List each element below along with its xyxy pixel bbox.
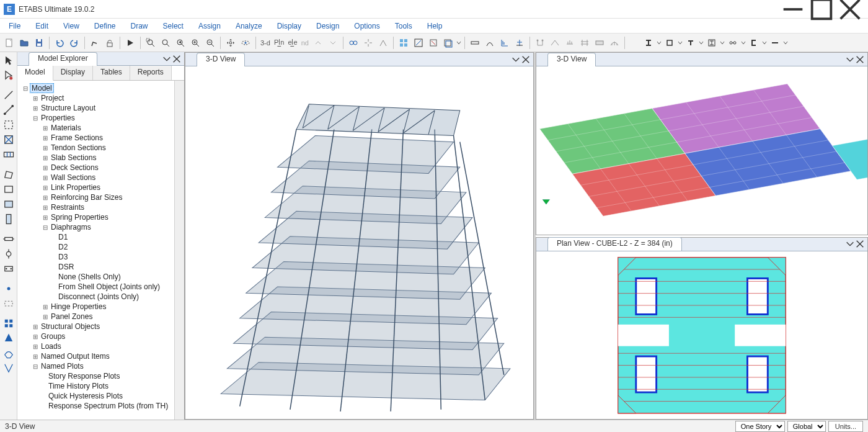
tree-spring-properties[interactable]: Spring Properties — [50, 213, 110, 222]
extrude-view-button[interactable] — [376, 36, 390, 50]
quick-area-tool[interactable] — [2, 197, 16, 211]
view-node-button[interactable]: nd — [300, 39, 310, 47]
full-view-button[interactable] — [159, 36, 172, 50]
menu-edit[interactable]: Edit — [28, 20, 56, 32]
model-tree[interactable]: ⊟Model ⊞Project ⊞Structure Layout ⊟Prope… — [17, 81, 184, 420]
tree-restraints[interactable]: Restraints — [50, 203, 86, 212]
menu-draw[interactable]: Draw — [123, 20, 156, 32]
view-right-top-3d[interactable]: 3-D View — [536, 52, 868, 235]
view-rt-close-icon[interactable] — [855, 55, 865, 65]
assign-load-button[interactable] — [563, 36, 577, 50]
pointer-tool[interactable] — [2, 53, 16, 67]
assign-release-button[interactable] — [548, 36, 562, 50]
tree-slab-sections[interactable]: Slab Sections — [50, 153, 97, 162]
tree-none-shells[interactable]: None (Shells Only) — [57, 272, 122, 281]
status-units-button[interactable]: Units... — [828, 421, 863, 432]
pin-icon[interactable] — [162, 54, 172, 64]
tree-named-plots[interactable]: Named Plots — [40, 362, 85, 371]
tab-tables[interactable]: Tables — [93, 66, 130, 80]
tree-deck-sections[interactable]: Deck Sections — [50, 163, 100, 172]
object-shrink-button[interactable] — [361, 36, 375, 50]
tree-loads[interactable]: Loads — [40, 342, 63, 351]
section-cut-button[interactable] — [468, 36, 482, 50]
tree-disconnect[interactable]: Disconnect (Joints Only) — [57, 292, 140, 301]
status-story-select[interactable]: One Story — [735, 421, 785, 432]
set-display-options-button[interactable] — [397, 36, 410, 50]
refresh-button[interactable] — [88, 36, 102, 50]
tree-scrollbar[interactable] — [174, 81, 184, 420]
show-loads-button[interactable] — [427, 36, 440, 50]
menu-analyze[interactable]: Analyze — [228, 20, 270, 32]
right-bottom-canvas[interactable] — [536, 251, 867, 420]
rubber-zoom-button[interactable] — [144, 36, 157, 50]
tree-dsr[interactable]: DSR — [57, 263, 75, 271]
up-story-button[interactable] — [311, 36, 325, 50]
minimize-button[interactable] — [779, 0, 807, 19]
down-story-button[interactable] — [326, 36, 340, 50]
tree-hinge-properties[interactable]: Hinge Properties — [50, 302, 107, 311]
view-3d-button[interactable]: 3-d — [259, 39, 272, 47]
clear-select-tool[interactable] — [2, 346, 16, 360]
tab-display[interactable]: Display — [53, 66, 93, 80]
secondary-beam-tool[interactable] — [2, 148, 16, 161]
view-right-bottom-plan[interactable]: Plan View - CUBE-L2 - Z = 384 (in) — [536, 237, 868, 420]
tree-d3[interactable]: D3 — [57, 253, 69, 261]
menu-help[interactable]: Help — [420, 20, 450, 32]
pan-button[interactable] — [224, 36, 237, 50]
tree-groups[interactable]: Groups — [40, 332, 66, 341]
zoom-out-button[interactable] — [203, 36, 217, 50]
tab-reports[interactable]: Reports — [130, 66, 172, 80]
tree-materials[interactable]: Materials — [50, 124, 82, 132]
snap-point-tool[interactable] — [2, 282, 16, 295]
tree-story-response[interactable]: Story Response Plots — [47, 372, 121, 380]
view-left-drop-icon[interactable] — [511, 55, 521, 65]
tree-project[interactable]: Project — [40, 94, 65, 102]
channel-dropdown[interactable] — [762, 38, 767, 48]
menu-select[interactable]: Select — [156, 20, 191, 32]
tree-named-output[interactable]: Named Output Items — [40, 352, 111, 361]
ibeam-dropdown[interactable] — [657, 38, 662, 48]
view-elev-button[interactable]: el̲e — [286, 38, 298, 47]
tsection-button[interactable] — [684, 36, 698, 50]
tree-reinforcing-bar[interactable]: Reinforcing Bar Sizes — [50, 193, 123, 202]
named-view-dropdown[interactable] — [456, 38, 461, 48]
tree-wall-sections[interactable]: Wall Sections — [50, 173, 97, 182]
draw-wall-tool[interactable] — [2, 212, 16, 226]
view-rb-close-icon[interactable] — [855, 239, 865, 249]
measure-button[interactable] — [483, 36, 497, 50]
run-analysis-button[interactable] — [123, 36, 137, 50]
replicate-button[interactable] — [593, 36, 606, 50]
joint-button[interactable] — [498, 36, 512, 50]
maximize-button[interactable] — [807, 0, 836, 19]
tree-properties[interactable]: Properties — [40, 114, 76, 122]
boxed-i-button[interactable] — [705, 36, 719, 50]
rotate-3d-button[interactable] — [239, 36, 252, 50]
save-button[interactable] — [32, 36, 46, 50]
named-view-button[interactable] — [441, 36, 455, 50]
menu-options[interactable]: Options — [347, 20, 387, 32]
ibeam-button[interactable] — [642, 36, 655, 50]
menu-view[interactable]: View — [56, 20, 87, 32]
quick-brace-tool[interactable] — [2, 133, 16, 146]
frame-button[interactable] — [513, 36, 526, 50]
rect-section-button[interactable] — [663, 36, 676, 50]
draw-frame-tool[interactable] — [2, 103, 16, 117]
tab-model[interactable]: Model — [17, 66, 53, 81]
tree-panel-zones[interactable]: Panel Zones — [50, 312, 94, 321]
close-panel-icon[interactable] — [172, 54, 182, 64]
close-button[interactable] — [836, 0, 864, 19]
view-rt-drop-icon[interactable] — [845, 55, 855, 65]
menu-display[interactable]: Display — [270, 20, 309, 32]
left-3d-canvas[interactable] — [185, 66, 533, 419]
view-rb-drop-icon[interactable] — [845, 239, 855, 249]
tree-d1[interactable]: D1 — [57, 233, 69, 241]
redo-button[interactable] — [68, 36, 81, 50]
menu-design[interactable]: Design — [309, 20, 347, 32]
zoom-in-button[interactable] — [188, 36, 202, 50]
tree-frame-sections[interactable]: Frame Sections — [50, 133, 104, 142]
channel-button[interactable] — [747, 36, 761, 50]
perspective-toggle[interactable] — [347, 36, 360, 50]
status-coord-select[interactable]: Global — [787, 421, 826, 432]
menu-file[interactable]: File — [1, 20, 28, 32]
draw-line-tool[interactable] — [2, 88, 16, 102]
